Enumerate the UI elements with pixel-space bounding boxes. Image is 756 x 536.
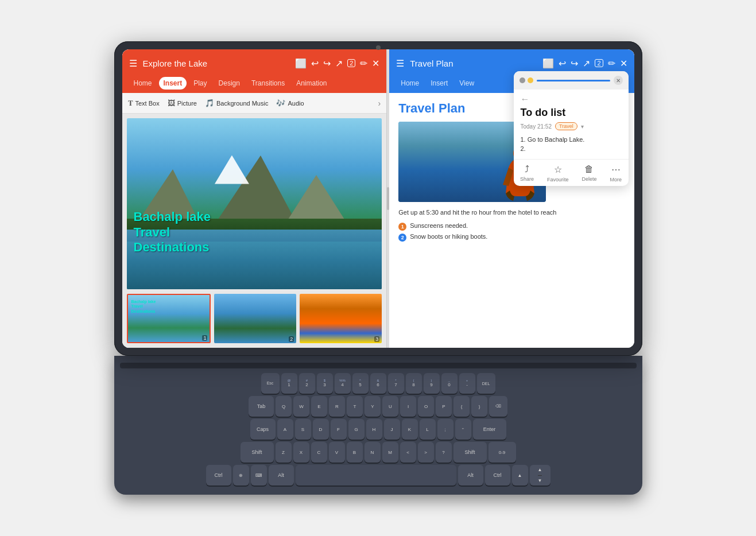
- key-arrow-down-right[interactable]: ▲ ▼: [530, 465, 550, 485]
- todo-share-action[interactable]: ⤴ Share: [520, 164, 534, 182]
- thumb-2[interactable]: 2: [214, 294, 296, 343]
- dot-gray[interactable]: [519, 77, 525, 83]
- notes-nav-home[interactable]: Home: [396, 77, 424, 90]
- thumb-3[interactable]: 3: [300, 294, 382, 343]
- key-p[interactable]: P: [436, 396, 452, 417]
- key-j[interactable]: J: [384, 419, 400, 440]
- dot-yellow[interactable]: [528, 77, 533, 83]
- key-e[interactable]: E: [311, 396, 327, 417]
- key-semi[interactable]: ;: [437, 419, 453, 440]
- key-g[interactable]: G: [348, 419, 365, 440]
- key-caps[interactable]: Caps: [250, 419, 276, 440]
- nav-insert[interactable]: Insert: [159, 77, 187, 90]
- key-r[interactable]: R: [329, 396, 345, 417]
- key-quote[interactable]: ": [455, 419, 471, 440]
- key-1[interactable]: @1: [281, 373, 297, 394]
- ribbon-bgmusic[interactable]: 🎵 Background Music: [205, 99, 269, 107]
- redo-icon[interactable]: ↪: [323, 58, 331, 69]
- key-y[interactable]: Y: [365, 396, 381, 417]
- key-x[interactable]: X: [293, 442, 309, 463]
- notes-nav-insert[interactable]: Insert: [426, 77, 452, 90]
- key-i[interactable]: I: [400, 396, 416, 417]
- nav-design[interactable]: Design: [214, 77, 245, 90]
- key-7[interactable]: *7: [388, 373, 404, 394]
- share-icon[interactable]: ↗: [335, 58, 343, 69]
- notes-undo-icon[interactable]: ↩: [559, 58, 566, 69]
- todo-tag[interactable]: Travel: [555, 122, 577, 130]
- nav-home[interactable]: Home: [129, 77, 157, 90]
- ribbon-audio[interactable]: 🎶 Audio: [276, 99, 304, 107]
- notes-frame-icon[interactable]: ⬜: [542, 58, 554, 69]
- pen-icon[interactable]: ✏: [360, 58, 367, 69]
- todo-close-button[interactable]: ✕: [614, 76, 623, 85]
- key-f[interactable]: F: [331, 419, 347, 440]
- todo-favourite-action[interactable]: ☆ Favourite: [547, 164, 569, 182]
- thumb-1[interactable]: Bachalp lakeTravelDestinations 1: [127, 294, 211, 343]
- key-ctrl-l[interactable]: Ctrl: [206, 465, 231, 485]
- key-keyboard[interactable]: ⌨: [251, 465, 267, 485]
- key-alt-r[interactable]: Alt: [458, 465, 483, 485]
- key-w[interactable]: W: [293, 396, 309, 417]
- close-icon[interactable]: ✕: [372, 58, 379, 69]
- key-del[interactable]: DEL: [477, 373, 495, 394]
- key-enter[interactable]: Enter: [473, 419, 506, 440]
- presentation-menu-icon[interactable]: ☰: [129, 58, 137, 69]
- key-t[interactable]: T: [347, 396, 363, 417]
- key-q[interactable]: Q: [276, 396, 292, 417]
- key-a[interactable]: A: [277, 419, 293, 440]
- key-4[interactable]: %%4: [335, 373, 351, 394]
- key-l[interactable]: L: [420, 419, 436, 440]
- key-emoji[interactable]: ⊕: [233, 465, 249, 485]
- key-tab[interactable]: Tab: [249, 396, 274, 417]
- key-c[interactable]: C: [311, 442, 327, 463]
- notes-menu-icon[interactable]: ☰: [396, 58, 404, 69]
- key-z[interactable]: Z: [276, 442, 292, 463]
- notes-redo-icon[interactable]: ↪: [571, 58, 578, 69]
- key-u[interactable]: U: [382, 396, 398, 417]
- key-h[interactable]: H: [366, 419, 382, 440]
- key-comma[interactable]: <: [400, 442, 416, 463]
- todo-more-action[interactable]: ⋯ More: [610, 164, 622, 182]
- ribbon-picture[interactable]: 🖼 Picture: [168, 99, 197, 107]
- key-period[interactable]: >: [418, 442, 434, 463]
- key-8[interactable]: (8: [406, 373, 422, 394]
- key-b[interactable]: B: [347, 442, 363, 463]
- key-shift-r[interactable]: Shift: [453, 442, 487, 463]
- key-v[interactable]: V: [329, 442, 345, 463]
- nav-transitions[interactable]: Transitions: [247, 77, 289, 90]
- key-s[interactable]: S: [295, 419, 311, 440]
- key-m[interactable]: M: [382, 442, 398, 463]
- nav-animation[interactable]: Animation: [292, 77, 331, 90]
- key-esc[interactable]: Esc: [261, 373, 280, 394]
- key-numpad[interactable]: 0-9: [489, 442, 516, 463]
- key-minus[interactable]: +-: [459, 373, 475, 394]
- key-k[interactable]: K: [402, 419, 418, 440]
- key-3[interactable]: $3: [317, 373, 333, 394]
- todo-back-button[interactable]: ←: [521, 94, 622, 104]
- ribbon-textbox[interactable]: 𝐓 Text Box: [128, 99, 160, 108]
- key-0[interactable]: _0: [441, 373, 458, 394]
- key-bracket-r[interactable]: }: [471, 396, 487, 417]
- key-2[interactable]: #2: [299, 373, 315, 394]
- key-ctrl-r[interactable]: Ctrl: [485, 465, 510, 485]
- key-n[interactable]: N: [365, 442, 381, 463]
- key-space[interactable]: [296, 465, 456, 485]
- notes-share-icon[interactable]: ↗: [583, 58, 590, 69]
- todo-tag-chevron[interactable]: ▾: [581, 123, 584, 130]
- key-d[interactable]: D: [313, 419, 329, 440]
- key-9[interactable]: )9: [424, 373, 440, 394]
- key-bracket-l[interactable]: {: [453, 396, 470, 417]
- notes-pen-icon[interactable]: ✏: [608, 58, 615, 69]
- key-shift-l[interactable]: Shift: [241, 442, 274, 463]
- nav-play[interactable]: Play: [189, 77, 211, 90]
- undo-icon[interactable]: ↩: [311, 58, 319, 69]
- key-o[interactable]: O: [418, 396, 434, 417]
- key-backspace[interactable]: ⌫: [489, 396, 507, 417]
- key-slash[interactable]: ?: [436, 442, 452, 463]
- key-alt-l[interactable]: Alt: [269, 465, 294, 485]
- main-slide[interactable]: Bachalp lakeTravelDestinations: [127, 118, 382, 289]
- frame-icon[interactable]: ⬜: [295, 58, 307, 69]
- key-5[interactable]: ^5: [352, 373, 369, 394]
- todo-delete-action[interactable]: 🗑 Delete: [581, 164, 596, 182]
- ribbon-more-icon[interactable]: ›: [378, 99, 381, 108]
